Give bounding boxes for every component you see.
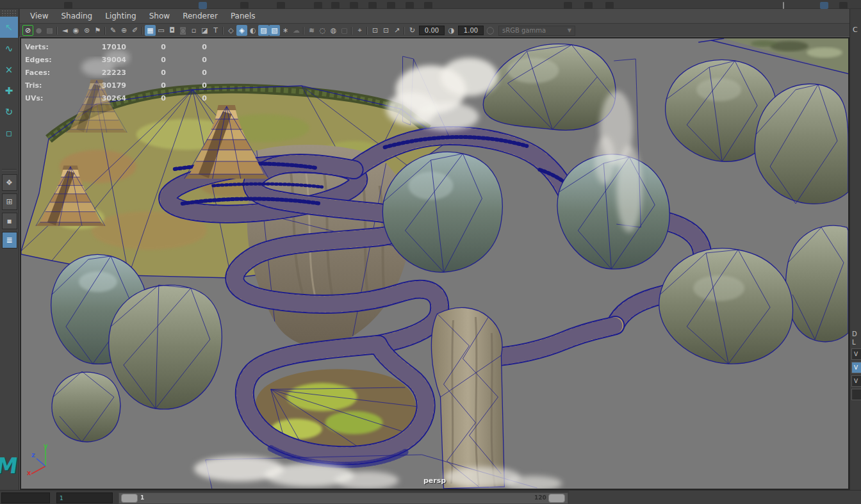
hud-text-icon[interactable]: T [210, 25, 221, 36]
start-frame-label: 1 [140, 494, 144, 501]
wireframe-on-shaded-icon[interactable]: ▧ [269, 25, 280, 36]
exposure-icon[interactable]: ↻ [407, 25, 418, 36]
scene-canvas[interactable] [21, 38, 848, 489]
panel-menu-bar: ViewShadingLightingShowRendererPanels [20, 9, 849, 23]
menu-show[interactable]: Show [143, 10, 176, 22]
model-panel: ViewShadingLightingShowRendererPanels ⊘●… [20, 9, 849, 490]
sep-3[interactable] [140, 25, 145, 36]
polycount-hud: Verts: 17010 0 0 Edges: 39004 0 0 Faces:… [25, 40, 207, 104]
pane-copy-icon[interactable]: ⊡ [370, 25, 381, 36]
perspective-viewport[interactable]: Verts: 17010 0 0 Edges: 39004 0 0 Faces:… [20, 37, 849, 490]
layout-four-pane[interactable]: ⊞ [2, 193, 17, 210]
lasso-select-tool[interactable]: ∿ [0, 38, 18, 59]
range-slider-clipped[interactable] [569, 491, 861, 504]
camera-name-label: persp [21, 476, 848, 485]
axis-gizmo: y x z [26, 442, 65, 477]
occlusion-icon[interactable]: ◍ [328, 25, 339, 36]
chevron-down-icon: ▼ [568, 28, 571, 33]
view-transform-value: sRGB gamma [502, 27, 546, 34]
pane-paste-icon[interactable]: ⊡ [381, 25, 391, 36]
sep-5[interactable] [302, 25, 306, 36]
menu-view[interactable]: View [24, 10, 54, 22]
menu-shading[interactable]: Shading [54, 10, 99, 22]
image-plane-icon[interactable]: ◪ [199, 25, 210, 36]
scale-tool[interactable]: ▫ [0, 122, 18, 143]
channel-box-clipped: C D L VVV [849, 9, 861, 490]
pan-zoom-icon[interactable]: ⊕ [119, 25, 129, 36]
gate-mask-icon[interactable]: ◙ [177, 25, 188, 36]
sep-7[interactable] [365, 25, 370, 36]
field-chart-icon[interactable]: ▫ [188, 25, 199, 36]
gamma-field[interactable]: 1.00 [458, 26, 484, 35]
grid-icon[interactable]: ▦ [145, 25, 156, 36]
grease-pencil-icon[interactable]: ✎ [108, 25, 119, 36]
layer-row-4[interactable] [851, 389, 861, 400]
sep-4[interactable] [221, 25, 226, 36]
lights-icon[interactable]: ∗ [280, 25, 291, 36]
rotate-tool[interactable]: ↻ [0, 101, 18, 122]
camera-attributes-icon[interactable]: ⊛ [81, 25, 92, 36]
layer-row-1[interactable]: V [851, 348, 861, 360]
sep-2[interactable] [103, 25, 108, 36]
rock-left-small[interactable] [52, 371, 120, 442]
isolate-select-icon[interactable]: ⌖ [354, 25, 365, 36]
toolbox: ↖∿×✚↻▫ ❖⊞▪≣ M [0, 9, 19, 490]
textured-icon[interactable]: ▨ [258, 25, 269, 36]
current-time-marker[interactable] [121, 494, 138, 503]
maya-window: ↖∿×✚↻▫ ❖⊞▪≣ M ViewShadingLightingShowRen… [0, 0, 861, 504]
sep-8[interactable] [402, 25, 407, 36]
axis-z-label: z [31, 451, 35, 459]
layout-single-pane[interactable]: ❖ [2, 174, 17, 191]
menu-panels[interactable]: Panels [224, 10, 262, 22]
axis-y-label: y [44, 443, 48, 450]
pane-pop-icon[interactable]: ↗ [391, 25, 402, 36]
xray-joints-icon[interactable]: ◌ [317, 25, 328, 36]
pillar-rock[interactable] [431, 307, 504, 489]
xray-icon[interactable]: ≋ [306, 25, 317, 36]
film-gate-icon[interactable]: ▭ [156, 25, 167, 36]
layout-two-pane[interactable]: ▪ [2, 213, 17, 229]
axis-x-label: x [27, 469, 31, 476]
maya-logo: M [0, 453, 20, 478]
anim-field-left[interactable] [1, 492, 50, 503]
menu-lighting[interactable]: Lighting [99, 10, 143, 22]
sep-6[interactable] [350, 25, 354, 36]
menu-renderer[interactable]: Renderer [176, 10, 224, 22]
dim-sphere-icon[interactable]: ● [33, 25, 44, 36]
lock-camera-icon[interactable]: ◉ [70, 25, 81, 36]
layer-tab-display[interactable]: D [852, 330, 861, 338]
toolbox-separator [2, 169, 17, 170]
select-tool[interactable]: ↖ [0, 17, 18, 38]
end-frame-label: 120 [534, 494, 546, 501]
move-tool[interactable]: ✚ [0, 80, 18, 101]
shaded-icon[interactable]: ◈ [236, 25, 247, 36]
toolbox-grip[interactable] [1, 10, 17, 16]
shadows-icon[interactable]: ☁ [291, 25, 302, 36]
pick-icon[interactable]: ✐ [129, 25, 140, 36]
select-camera-icon[interactable]: ◄ [60, 25, 70, 36]
dim-frame-icon[interactable]: ▩ [44, 25, 55, 36]
wireframe-icon[interactable]: ◇ [226, 25, 236, 36]
current-frame-field[interactable]: 1 [56, 492, 113, 503]
layer-row-3[interactable]: V [851, 375, 861, 387]
layer-row-2[interactable]: V [851, 362, 861, 373]
end-time-marker[interactable] [548, 494, 565, 503]
lut-icon: ◯ [485, 25, 496, 36]
bookmark-icon[interactable]: ⚑ [92, 25, 103, 36]
view-transform-dropdown[interactable]: sRGB gamma ▼ [498, 26, 575, 36]
material-icon[interactable]: ◐ [247, 25, 258, 36]
resolution-gate-icon[interactable]: ◘ [167, 25, 177, 36]
motion-blur-icon[interactable]: ▢ [339, 25, 350, 36]
layout-persp-outliner[interactable]: ≣ [2, 232, 17, 248]
panel-toolbar: ⊘●▩◄◉⊛⚑✎⊕✐▦▭◘◙▫◪T◇◈◐▨▧∗☁≋◌◍▢⌖⊡⊡↗↻ 0.00 ◑… [20, 23, 849, 37]
snap-active-icon[interactable]: ⊘ [22, 25, 33, 36]
contrast-icon[interactable]: ◑ [446, 25, 457, 36]
time-slider-bar: 1 1 120 [0, 490, 861, 504]
exposure-field[interactable]: 0.00 [419, 26, 445, 35]
shelf-clipped-row [0, 0, 861, 9]
channels-menu-clipped[interactable]: C [853, 26, 861, 34]
paint-select-tool[interactable]: × [0, 59, 18, 80]
time-slider[interactable]: 1 120 [119, 492, 568, 504]
sep-1[interactable] [55, 25, 60, 36]
layer-tab-anim[interactable]: L [852, 338, 861, 346]
